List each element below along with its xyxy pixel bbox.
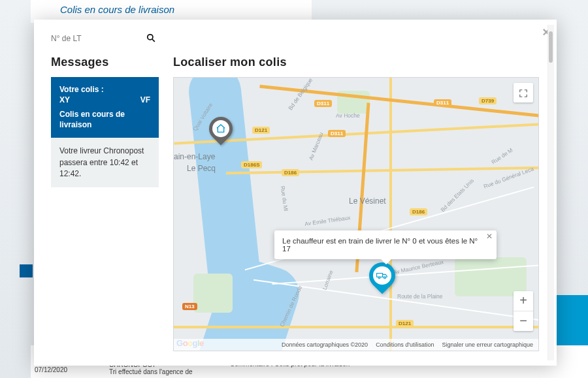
- tracking-modal: × Messages Votre colis : XY VF Colis en …: [34, 20, 557, 366]
- street-label: Rue de M: [490, 147, 514, 166]
- road-tag: D311: [434, 99, 451, 106]
- map-report-link[interactable]: Signaler une erreur cartographique: [442, 341, 533, 348]
- map-canvas[interactable]: D121 D186S D186 D311 D311 D311 D186 D121…: [174, 78, 538, 351]
- bg-footer-agency-sub: Tri effectué dans l'agence de: [109, 368, 193, 375]
- search-icon[interactable]: [146, 33, 155, 44]
- street-label: Route de la Plaine: [397, 293, 442, 300]
- map-data-label[interactable]: Données cartographiques ©2020: [282, 341, 368, 348]
- your-parcel-label: Votre colis :: [59, 85, 150, 94]
- home-icon: [212, 120, 229, 137]
- road-tag: D186: [282, 169, 299, 176]
- street-label: Rue du Ml: [280, 185, 289, 212]
- driver-info-window: Le chauffeur est en train de livrer le N…: [274, 230, 497, 259]
- zoom-control: + −: [514, 291, 533, 331]
- destination-pin[interactable]: [209, 117, 233, 140]
- driver-info-text: Le chauffeur est en train de livrer le N…: [282, 237, 478, 253]
- street-label: Bd de Belgique: [287, 77, 314, 111]
- map[interactable]: D121 D186S D186 D311 D311 D311 D186 D121…: [173, 77, 539, 351]
- town-label: ain-en-Laye: [174, 152, 215, 161]
- street-label: Av Emile Thiébaux: [304, 214, 351, 227]
- road-tag: D121: [252, 127, 270, 134]
- town-label: Le Vésinet: [349, 197, 386, 206]
- svg-point-4: [384, 277, 386, 279]
- map-attribution: Données cartographiques ©2020 Conditions…: [174, 339, 538, 351]
- zoom-out-button[interactable]: −: [514, 311, 533, 331]
- message-card-body: Votre livreur Chronopost passera entre 1…: [51, 138, 159, 187]
- messages-heading: Messages: [51, 55, 159, 69]
- road-tag: D311: [314, 100, 332, 107]
- svg-point-3: [378, 277, 380, 279]
- locate-heading: Localiser mon colis: [173, 55, 542, 69]
- modal-scrollbar[interactable]: [547, 25, 554, 360]
- bg-headline-text: Colis en cours de livraison: [60, 4, 174, 15]
- driver-pin[interactable]: [369, 262, 395, 289]
- road-tag: D186: [410, 208, 427, 215]
- road-tag: D739: [479, 97, 497, 104]
- tracking-number-input[interactable]: [51, 31, 142, 46]
- parcel-status: Colis en cours de livraison: [59, 110, 150, 130]
- parcel-code-a: XY: [59, 95, 70, 104]
- street-label: Av Hoche: [336, 112, 360, 119]
- bg-footer-date: 07/12/2020: [35, 366, 67, 373]
- search-row: [51, 31, 159, 46]
- town-label: Le Pecq: [187, 164, 216, 173]
- info-close-icon[interactable]: ✕: [486, 232, 493, 241]
- road-tag: N13: [182, 303, 197, 310]
- svg-rect-2: [377, 274, 383, 277]
- road-tag: D121: [396, 320, 414, 327]
- zoom-in-button[interactable]: +: [514, 291, 533, 311]
- fullscreen-button[interactable]: [514, 83, 533, 102]
- message-card: Votre colis : XY VF Colis en cours de li…: [51, 77, 159, 187]
- road-tag: D186S: [241, 161, 262, 168]
- road-tag: D311: [328, 130, 346, 137]
- svg-point-0: [148, 34, 153, 39]
- parcel-code-b: VF: [140, 95, 150, 104]
- svg-line-1: [152, 39, 155, 41]
- bg-side-strip: [20, 264, 33, 277]
- truck-icon: [373, 266, 391, 285]
- message-card-header: Votre colis : XY VF Colis en cours de li…: [51, 77, 159, 138]
- map-terms-link[interactable]: Conditions d'utilisation: [376, 341, 434, 348]
